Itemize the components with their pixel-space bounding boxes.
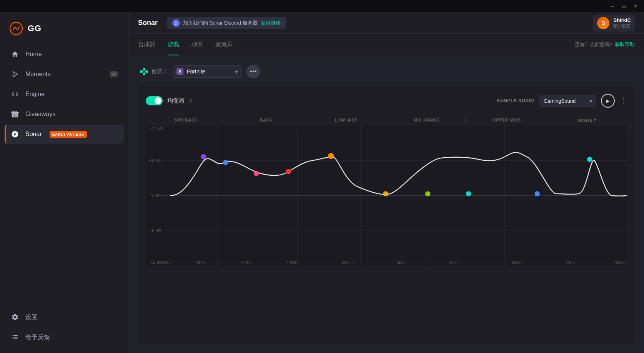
eq-title: 均衡器 [167,97,185,105]
help-text: 还有什么问题吗? [575,41,612,48]
tabs-left: 合成器 游戏 聊天 麦克风 [138,34,233,55]
sidebar: GG Home Moments [0,12,129,353]
main-content: Sonar D 加入我们的 Sonar Discord 服务器 获得邀请 S S… [129,12,644,353]
page-title: Sonar [138,19,158,27]
steelseries-icon [9,22,23,35]
app-logo: GG [0,18,128,45]
eq-curve-svg: +12 dB +6 dB 0 dB -6 dB -12 dB [146,125,627,266]
eq-point-1 [223,160,228,165]
engine-icon [11,90,19,98]
close-button[interactable]: ✕ [630,2,641,10]
gear-icon [11,313,19,321]
band-highs: HIGHS ▾ [547,115,627,125]
discord-icon: D [172,19,180,27]
sidebar-item-label: Sonar [25,131,42,138]
discord-invite-link[interactable]: 获得邀请 [261,20,281,27]
app-name: GG [28,23,42,33]
moments-icon [11,70,19,78]
eq-chart-container: SUB BASS BASS LOW MIDS MID RANGE UPPER M… [146,115,627,266]
svg-text:0 dB: 0 dB [151,193,160,198]
moments-badge [110,71,118,77]
user-settings-label: 账户设置 [613,23,631,29]
tab-game[interactable]: 游戏 [168,34,179,55]
feedback-icon [11,333,19,341]
eq-header-left: 均衡器 ? [146,96,192,105]
svg-text:20kHz: 20kHz [614,260,625,265]
svg-marker-1 [13,72,18,77]
tab-synth[interactable]: 合成器 [138,34,155,55]
tabs-help: 还有什么问题吗? 获取帮助 [575,41,635,48]
svg-text:20Hz: 20Hz [161,260,170,265]
minimize-button[interactable]: ─ [607,2,618,10]
eq-point-9 [587,157,592,162]
svg-text:50Hz: 50Hz [197,260,206,265]
user-name: ShirkiC [613,17,631,23]
svg-text:200Hz: 200Hz [286,260,298,265]
gamepad-icon [140,67,149,76]
sidebar-item-feedback[interactable]: 给予反馈 [5,328,124,347]
home-icon [11,50,19,58]
svg-text:-6 dB: -6 dB [151,228,161,233]
eq-header-right: SAMPLE AUDIO GamingSound Music Voice ▶ ⋮ [496,94,627,108]
sidebar-item-label: Giveaways [25,111,55,118]
user-info: ShirkiC 账户设置 [613,17,631,29]
sample-audio-label: SAMPLE AUDIO [496,98,534,103]
sonar-icon [11,130,19,138]
sidebar-item-label: Moments [25,71,51,78]
svg-text:1kHz: 1kHz [396,260,405,265]
band-bass: BASS [226,115,306,125]
more-options-button[interactable]: ••• [246,65,260,78]
svg-text:2kHz: 2kHz [449,260,458,265]
band-sub-bass: SUB BASS [146,115,226,125]
svg-text:500Hz: 500Hz [342,260,354,265]
eq-svg-wrapper: +12 dB +6 dB 0 dB -6 dB -12 dB [146,125,627,266]
sidebar-item-home[interactable]: Home [5,45,124,64]
eq-point-5 [383,191,388,196]
band-low-mids: LOW MIDS [306,115,387,125]
tab-mic[interactable]: 麦克风 [215,34,233,55]
equalizer-section: 均衡器 ? SAMPLE AUDIO GamingSound Music Voi… [138,86,635,344]
band-mid-range: MID RANGE [386,115,467,125]
sidebar-nav: Home Moments [0,45,128,308]
sample-audio-select[interactable]: GamingSound Music Voice [539,95,596,107]
early-access-badge: EARLY ACCESS [50,131,87,138]
eq-point-4 [328,153,334,159]
eq-toggle[interactable] [146,96,163,105]
feedback-label: 给予反馈 [25,333,50,341]
tabs-bar: 合成器 游戏 聊天 麦克风 还有什么问题吗? 获取帮助 [129,34,644,55]
get-help-link[interactable]: 获取帮助 [615,41,635,48]
tab-chat[interactable]: 聊天 [191,34,203,55]
avatar: S [597,17,609,29]
eq-point-3 [286,169,291,174]
sample-audio-select-wrapper[interactable]: GamingSound Music Voice [539,95,596,107]
fortnite-icon: F [176,68,183,75]
play-button[interactable]: ▶ [601,94,615,108]
eq-bands-header: SUB BASS BASS LOW MIDS MID RANGE UPPER M… [146,115,627,125]
svg-text:10kHz: 10kHz [565,260,576,265]
config-row: 配置： F Fortnite ▾ ••• [138,65,635,78]
eq-point-0 [201,154,206,159]
svg-text:5kHz: 5kHz [512,260,521,265]
sidebar-item-label: Engine [25,91,45,98]
discord-text: 加入我们的 Sonar Discord 服务器 [183,20,258,27]
sidebar-item-moments[interactable]: Moments [5,65,124,84]
sidebar-item-sonar[interactable]: Sonar EARLY ACCESS [5,125,124,144]
discord-banner[interactable]: D 加入我们的 Sonar Discord 服务器 获得邀请 [167,17,286,29]
settings-label: 设置 [25,313,38,321]
eq-point-2 [254,171,259,176]
game-select-wrapper[interactable]: F Fortnite ▾ [173,65,242,78]
eq-point-6 [425,191,430,196]
sidebar-item-engine[interactable]: Engine [5,85,124,104]
content-area: 配置： F Fortnite ▾ ••• 均衡器 ? [129,55,644,353]
maximize-button[interactable]: □ [619,2,629,10]
svg-text:+6 dB: +6 dB [149,158,161,163]
sidebar-item-giveaways[interactable]: Giveaways [5,105,124,124]
eq-header: 均衡器 ? SAMPLE AUDIO GamingSound Music Voi… [146,94,627,108]
eq-help-icon[interactable]: ? [189,98,192,104]
sidebar-item-settings[interactable]: 设置 [5,308,124,327]
eq-point-7 [466,191,471,196]
svg-text:100Hz: 100Hz [240,260,252,265]
eq-more-button[interactable]: ⋮ [619,96,627,105]
svg-text:+12 dB: +12 dB [149,127,163,131]
user-area[interactable]: S ShirkiC 账户设置 [593,15,635,32]
